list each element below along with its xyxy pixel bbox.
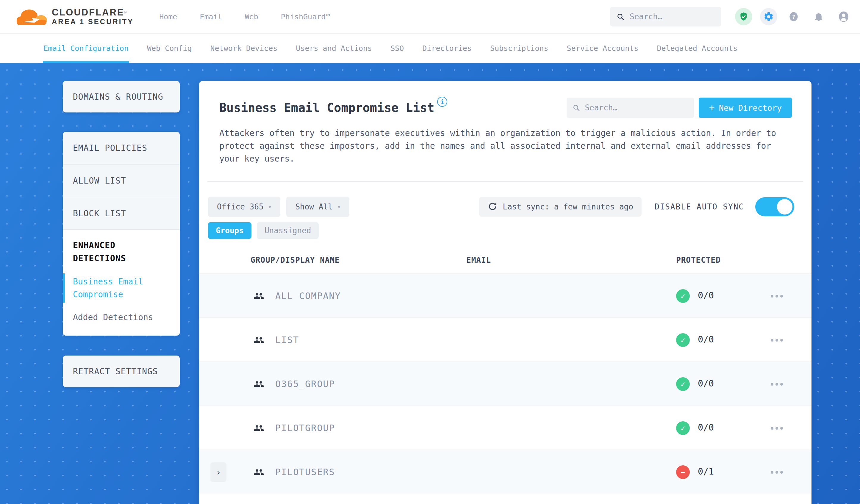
protected-badge: ✓ [676, 421, 690, 435]
secondary-nav: Email Configuration Web Config Network D… [0, 33, 860, 63]
bell-icon[interactable] [810, 8, 827, 25]
page-title: Business Email Compromise Listi [219, 101, 447, 115]
protected-badge: − [676, 465, 690, 479]
col-email: EMAIL [466, 256, 491, 264]
groups-table: GROUP/DISPLAY NAME EMAIL PROTECTED › ALL… [199, 256, 812, 493]
protected-badge: ✓ [676, 289, 690, 303]
group-name: ALL COMPANY [275, 291, 341, 301]
cloudflare-cloud-icon [17, 7, 48, 26]
sidebar-item-block-list[interactable]: BLOCK LIST [63, 197, 180, 230]
group-icon [253, 423, 264, 433]
group-icon [253, 335, 264, 345]
tab-network-devices[interactable]: Network Devices [210, 33, 278, 63]
protected-count: 0/1 [698, 466, 714, 477]
protected-count: 0/0 [698, 334, 714, 345]
table-row[interactable]: › O365_GROUP ✓ 0/0 [199, 361, 812, 405]
sync-icon [487, 202, 498, 212]
new-directory-button[interactable]: + New Directory [699, 98, 792, 118]
sidebar-item-enhanced-detections[interactable]: ENHANCED DETECTIONS [73, 239, 170, 265]
tab-unassigned[interactable]: Unassigned [257, 222, 319, 239]
chevron-down-icon: ▾ [338, 204, 341, 210]
search-icon [617, 12, 624, 21]
panel-header: Business Email Compromise Listi + New Di… [199, 81, 812, 118]
sidebar-item-added-detections[interactable]: Added Detections [73, 311, 170, 324]
table-row[interactable]: › PILOTGROUP ✓ 0/0 [199, 405, 812, 449]
gear-icon[interactable] [760, 8, 777, 25]
tab-service-accounts[interactable]: Service Accounts [567, 33, 639, 63]
auto-sync-label: DISABLE AUTO SYNC [655, 202, 744, 211]
cloudflare-logo[interactable]: CLOUDFLARE® AREA 1 SECURITY [17, 7, 134, 26]
protected-badge: ✓ [676, 377, 690, 391]
sidebar-section-enhanced-detections: ENHANCED DETECTIONS Business Email Compr… [63, 230, 180, 336]
tab-web-config[interactable]: Web Config [147, 33, 192, 63]
tab-email-configuration[interactable]: Email Configuration [43, 33, 129, 63]
table-row[interactable]: › PILOTUSERS − 0/1 [199, 449, 812, 493]
page-description: Attackers often try to impersonate execu… [219, 127, 791, 165]
brand-title: CLOUDFLARE® [52, 8, 134, 18]
group-name: PILOTUSERS [275, 467, 335, 477]
last-sync-button[interactable]: Last sync: a few minutes ago [479, 197, 642, 217]
plus-icon: + [709, 102, 715, 113]
list-search-input[interactable] [585, 103, 688, 112]
trademark-mark: ® [124, 10, 127, 15]
row-menu-icon[interactable] [771, 339, 783, 342]
row-menu-icon[interactable] [771, 471, 783, 474]
connector-dropdown[interactable]: Office 365 ▾ [208, 197, 280, 217]
protected-count: 0/0 [698, 290, 714, 301]
help-icon[interactable]: ? [785, 8, 802, 25]
auto-sync-toggle[interactable] [755, 197, 794, 216]
row-menu-icon[interactable] [771, 427, 783, 430]
info-icon[interactable]: i [437, 97, 447, 107]
tab-sso[interactable]: SSO [390, 33, 404, 63]
protected-count: 0/0 [698, 422, 714, 433]
svg-text:?: ? [792, 14, 795, 20]
top-nav: Home Email Web PhishGuard™ [159, 13, 330, 21]
header-actions: ? [735, 8, 852, 25]
col-protected: PROTECTED [676, 256, 721, 264]
table-row[interactable]: › ALL COMPANY ✓ 0/0 [199, 273, 812, 317]
top-bar: CLOUDFLARE® AREA 1 SECURITY Home Email W… [0, 0, 860, 33]
tab-delegated-accounts[interactable]: Delegated Accounts [657, 33, 737, 63]
main-panel: Business Email Compromise Listi + New Di… [199, 81, 812, 504]
table-row[interactable]: › LIST ✓ 0/0 [199, 317, 812, 361]
tab-users-and-actions[interactable]: Users and Actions [296, 33, 372, 63]
global-search-input[interactable] [630, 12, 715, 21]
sidebar: DOMAINS & ROUTING EMAIL POLICIES ALLOW L… [63, 81, 180, 387]
topnav-home[interactable]: Home [159, 13, 177, 21]
group-icon [253, 467, 264, 477]
global-search[interactable] [610, 7, 721, 27]
topnav-email[interactable]: Email [200, 13, 222, 21]
search-icon [573, 103, 580, 112]
tab-subscriptions[interactable]: Subscriptions [490, 33, 548, 63]
show-filter-dropdown[interactable]: Show All ▾ [286, 197, 349, 217]
sidebar-item-email-policies[interactable]: EMAIL POLICIES [63, 132, 180, 164]
protected-badge: ✓ [676, 333, 690, 347]
row-expander[interactable]: › [210, 462, 227, 482]
topnav-phishguard[interactable]: PhishGuard™ [281, 13, 330, 21]
sidebar-item-domains-routing[interactable]: DOMAINS & ROUTING [63, 81, 180, 113]
tab-directories[interactable]: Directories [422, 33, 472, 63]
divider [207, 181, 803, 182]
col-group-display-name: GROUP/DISPLAY NAME [250, 256, 340, 264]
group-name: O365_GROUP [275, 379, 335, 389]
avatar-icon[interactable] [835, 8, 852, 25]
row-menu-icon[interactable] [771, 295, 783, 298]
protected-count: 0/0 [698, 378, 714, 389]
chevron-down-icon: ▾ [269, 204, 272, 210]
sidebar-item-allow-list[interactable]: ALLOW LIST [63, 164, 180, 197]
group-name: LIST [275, 335, 299, 345]
sidebar-item-business-email-compromise[interactable]: Business Email Compromise [73, 275, 170, 301]
group-icon [253, 291, 264, 301]
filter-row: Office 365 ▾ Show All ▾ Last sync: a few… [199, 197, 812, 217]
brand-subtitle: AREA 1 SECURITY [52, 18, 134, 26]
row-menu-icon[interactable] [771, 383, 783, 386]
group-icon [253, 379, 264, 389]
workspace: DOMAINS & ROUTING EMAIL POLICIES ALLOW L… [0, 63, 860, 504]
shield-check-icon[interactable] [735, 8, 752, 25]
tab-groups[interactable]: Groups [208, 222, 252, 239]
topnav-web[interactable]: Web [245, 13, 258, 21]
sidebar-policy-card: EMAIL POLICIES ALLOW LIST BLOCK LIST ENH… [63, 132, 180, 336]
list-tabs: Groups Unassigned [199, 222, 812, 239]
list-search[interactable] [567, 98, 694, 118]
sidebar-item-retract-settings[interactable]: RETRACT SETTINGS [63, 356, 180, 387]
